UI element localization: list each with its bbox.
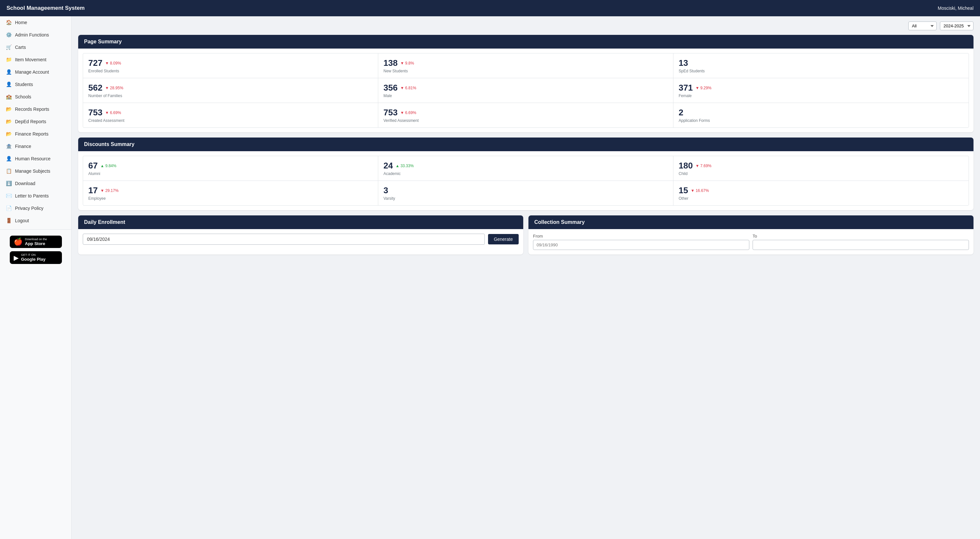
- stat-value: 138 ▼ 9.8%: [383, 58, 668, 68]
- daily-enrollment-body: Generate: [78, 229, 523, 249]
- sidebar-item-manage-account[interactable]: 👤 Manage Account: [0, 66, 72, 78]
- grade-filter[interactable]: AllGrade 1Grade 2Grade 3Grade 4Grade 5Gr…: [908, 22, 937, 30]
- sidebar-item-logout[interactable]: 🚪 Logout: [0, 214, 72, 227]
- sidebar-icon: 📂: [6, 131, 12, 137]
- sidebar-item-carts[interactable]: 🛒 Carts: [0, 41, 72, 53]
- apple-icon: 🍎: [14, 238, 22, 246]
- stat-label: Varsity: [383, 196, 668, 201]
- stat-label: Alumni: [88, 171, 373, 176]
- sidebar-icon: 📄: [6, 205, 12, 211]
- stat-label: SpEd Students: [679, 69, 963, 73]
- user-name: Mosciski, Micheal: [938, 6, 974, 11]
- stat-value: 2: [679, 108, 963, 118]
- stat-badge: ▼ 28.95%: [105, 86, 123, 90]
- enrollment-date-input[interactable]: [83, 234, 485, 245]
- sidebar-item-schools[interactable]: 🏫 Schools: [0, 91, 72, 103]
- sidebar-item-finance-reports[interactable]: 📂 Finance Reports: [0, 128, 72, 140]
- stat-label: Enrolled Students: [88, 69, 373, 73]
- sidebar-item-letter-to-parents[interactable]: ✉️ Letter to Parents: [0, 190, 72, 202]
- sidebar-icon: 🏠: [6, 19, 12, 26]
- sidebar-label: Schools: [15, 94, 31, 99]
- sidebar-label: DepEd Reports: [15, 119, 46, 124]
- daily-enrollment-card: Daily Enrollment Generate: [78, 215, 523, 255]
- stat-value: 371 ▼ 9.29%: [679, 83, 963, 93]
- discounts-summary-card: Discounts Summary 67 ▲ 9.84% Alumni 24 ▲…: [78, 137, 974, 210]
- stat-value: 753 ▼ 6.69%: [88, 108, 373, 118]
- stat-cell: 727 ▼ 8.09% Enrolled Students: [83, 53, 378, 78]
- stat-label: Female: [679, 94, 963, 98]
- sidebar-icon: 👤: [6, 81, 12, 87]
- stat-badge: ▼ 6.81%: [400, 86, 416, 90]
- sidebar-label: Logout: [15, 218, 29, 223]
- sidebar-item-deped-reports[interactable]: 📂 DepEd Reports: [0, 115, 72, 128]
- stat-badge: ▼ 16.67%: [691, 188, 709, 193]
- stat-value: 180 ▼ 7.69%: [679, 161, 963, 171]
- stat-value: 753 ▼ 6.69%: [383, 108, 668, 118]
- sidebar-item-admin-functions[interactable]: ⚙️ Admin Functions: [0, 29, 72, 41]
- stat-badge: ▲ 33.33%: [396, 164, 414, 168]
- stat-badge: ▼ 7.69%: [695, 164, 711, 168]
- stat-cell: 753 ▼ 6.69% Created Assessment: [83, 103, 378, 128]
- sidebar-label: Item Movement: [15, 57, 46, 62]
- stat-cell: 3 Varsity: [378, 181, 673, 205]
- page-summary-body: 727 ▼ 8.09% Enrolled Students 138 ▼ 9.8%…: [78, 49, 974, 132]
- sidebar-item-human-resource[interactable]: 👤 Human Resource: [0, 153, 72, 165]
- sidebar-icon: 👤: [6, 69, 12, 75]
- stat-value: 727 ▼ 8.09%: [88, 58, 373, 68]
- discounts-summary-body: 67 ▲ 9.84% Alumni 24 ▲ 33.33% Academic 1…: [78, 151, 974, 210]
- sidebar-item-item-movement[interactable]: 📁 Item Movement: [0, 53, 72, 66]
- sidebar-icon: ✉️: [6, 193, 12, 199]
- stat-cell: 138 ▼ 9.8% New Students: [378, 53, 673, 78]
- sidebar-label: Human Resource: [15, 156, 51, 161]
- daily-enrollment-header: Daily Enrollment: [78, 215, 523, 229]
- page-summary-card: Page Summary 727 ▼ 8.09% Enrolled Studen…: [78, 35, 974, 132]
- app-title: School Manageement System: [6, 5, 85, 11]
- from-label: From: [533, 234, 749, 239]
- collection-from-input[interactable]: [533, 240, 749, 250]
- sidebar-label: Letter to Parents: [15, 193, 49, 198]
- collection-to-input[interactable]: [752, 240, 969, 250]
- topnav: School Manageement System Mosciski, Mich…: [0, 0, 980, 16]
- sidebar-item-manage-subjects[interactable]: 📋 Manage Subjects: [0, 165, 72, 177]
- collection-from-group: From: [533, 234, 749, 250]
- stat-value: 356 ▼ 6.81%: [383, 83, 668, 93]
- stat-cell: 180 ▼ 7.69% Child: [673, 156, 969, 181]
- stat-badge: ▼ 8.09%: [105, 61, 121, 65]
- collection-to-group: To: [752, 234, 969, 250]
- stat-value: 3: [383, 185, 668, 196]
- sidebar-label: Manage Subjects: [15, 169, 50, 174]
- stat-label: Verified Assessment: [383, 118, 668, 123]
- stat-badge: ▼ 6.69%: [105, 110, 121, 115]
- discounts-summary-header: Discounts Summary: [78, 137, 974, 151]
- stat-label: Created Assessment: [88, 118, 373, 123]
- stat-label: Application Forms: [679, 118, 963, 123]
- stat-value: 24 ▲ 33.33%: [383, 161, 668, 171]
- sidebar-divider: [0, 230, 72, 230]
- sidebar-label: Carts: [15, 45, 26, 50]
- enrollment-form: Generate: [83, 234, 519, 245]
- sidebar-item-download[interactable]: ⬇️ Download: [0, 177, 72, 190]
- stat-value: 562 ▼ 28.95%: [88, 83, 373, 93]
- stat-value: 13: [679, 58, 963, 68]
- stat-badge: ▼ 9.8%: [400, 61, 414, 65]
- generate-button[interactable]: Generate: [488, 234, 519, 244]
- stat-cell: 753 ▼ 6.69% Verified Assessment: [378, 103, 673, 128]
- stat-value: 17 ▼ 29.17%: [88, 185, 373, 196]
- main-controls: AllGrade 1Grade 2Grade 3Grade 4Grade 5Gr…: [78, 22, 974, 30]
- to-label: To: [752, 234, 969, 239]
- stat-label: Number of Families: [88, 94, 373, 98]
- sidebar-item-home[interactable]: 🏠 Home: [0, 16, 72, 29]
- google-play-icon: ▶: [14, 254, 19, 262]
- sidebar-item-privacy-policy[interactable]: 📄 Privacy Policy: [0, 202, 72, 214]
- sidebar-item-records-reports[interactable]: 📂 Records Reports: [0, 103, 72, 115]
- sidebar-icon: 📁: [6, 57, 12, 62]
- sidebar-item-students[interactable]: 👤 Students: [0, 78, 72, 91]
- sidebar-item-finance[interactable]: 🏦 Finance: [0, 140, 72, 153]
- stat-label: Academic: [383, 171, 668, 176]
- google-play-badge[interactable]: ▶ GET IT ON Google Play: [10, 251, 62, 264]
- stat-badge: ▼ 6.69%: [400, 110, 416, 115]
- year-filter[interactable]: 2024-20252023-20242022-2023: [940, 22, 974, 30]
- app-store-badge[interactable]: 🍎 Download on the App Store: [10, 236, 62, 248]
- sidebar-label: Admin Functions: [15, 32, 49, 37]
- collection-summary-body: From To: [528, 229, 974, 255]
